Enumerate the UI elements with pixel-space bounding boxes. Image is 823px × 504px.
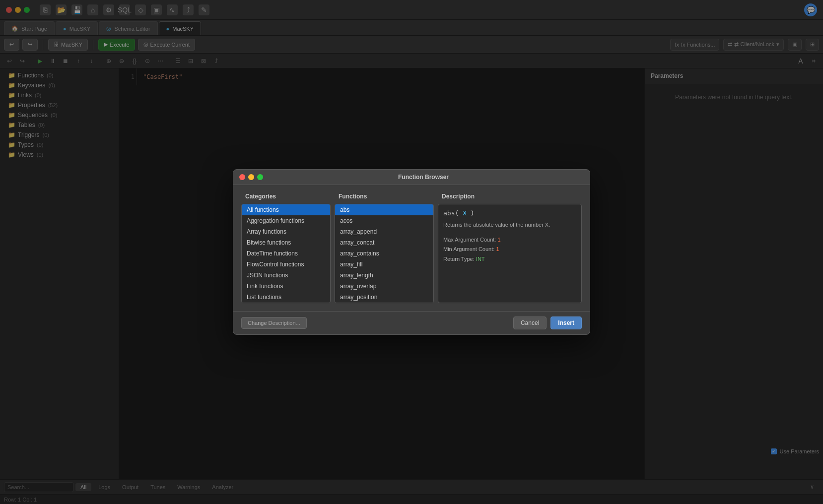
- return-type-row: Return Type: INT: [443, 254, 576, 264]
- cancel-button[interactable]: Cancel: [513, 316, 547, 329]
- modal-maximize-button[interactable]: [257, 174, 263, 180]
- col-categories: Categories All functions Aggregation fun…: [241, 193, 331, 303]
- desc-meta: Max Argument Count: 1 Min Argument Count…: [443, 235, 576, 264]
- cat-json[interactable]: JSON functions: [242, 270, 330, 281]
- modal-overlay: Function Browser Categories All function…: [0, 0, 823, 504]
- cat-flowcontrol[interactable]: FlowControl functions: [242, 259, 330, 270]
- func-array-position[interactable]: array_position: [335, 292, 433, 303]
- modal-actions: Cancel Insert: [513, 316, 582, 329]
- func-array-overlap[interactable]: array_overlap: [335, 281, 433, 292]
- cat-bitwise[interactable]: Bitwise functions: [242, 237, 330, 248]
- func-acos[interactable]: acos: [335, 215, 433, 226]
- cat-all-functions[interactable]: All functions: [242, 204, 330, 215]
- modal-close-button[interactable]: [239, 174, 245, 180]
- modal-minimize-button[interactable]: [248, 174, 254, 180]
- modal-title: Function Browser: [263, 174, 584, 181]
- func-abs[interactable]: abs: [335, 204, 433, 215]
- modal-titlebar: Function Browser: [233, 170, 590, 185]
- max-arg-row: Max Argument Count: 1: [443, 235, 576, 245]
- modal-body: Categories All functions Aggregation fun…: [233, 185, 590, 311]
- return-type-label: Return Type:: [443, 256, 476, 262]
- categories-header: Categories: [241, 193, 331, 204]
- min-arg-value: 1: [496, 246, 499, 252]
- modal-traffic-lights: [239, 174, 263, 180]
- desc-text: Returns the absolute value of the number…: [443, 221, 576, 229]
- col-functions: Functions abs acos array_append array_co…: [335, 193, 434, 303]
- modal-footer: Change Description... Cancel Insert: [233, 311, 590, 334]
- max-arg-label: Max Argument Count:: [443, 237, 497, 243]
- modal-columns: Categories All functions Aggregation fun…: [241, 193, 582, 303]
- min-arg-row: Min Argument Count: 1: [443, 245, 576, 254]
- description-header: Description: [438, 193, 582, 204]
- func-array-concat[interactable]: array_concat: [335, 237, 433, 248]
- insert-button[interactable]: Insert: [550, 316, 582, 329]
- cat-datetime[interactable]: DateTime functions: [242, 248, 330, 259]
- description-box: abs( X ) Returns the absolute value of t…: [438, 204, 582, 303]
- cat-aggregation[interactable]: Aggregation functions: [242, 215, 330, 226]
- categories-list: All functions Aggregation functions Arra…: [241, 204, 331, 303]
- desc-arg-highlight: X: [463, 209, 467, 217]
- function-browser-modal: Function Browser Categories All function…: [233, 169, 590, 335]
- desc-signature: abs( X ): [443, 209, 576, 217]
- cat-link[interactable]: Link functions: [242, 281, 330, 292]
- functions-header: Functions: [335, 193, 434, 204]
- cat-list[interactable]: List functions: [242, 292, 330, 303]
- min-arg-label: Min Argument Count:: [443, 246, 496, 252]
- func-array-append[interactable]: array_append: [335, 226, 433, 237]
- return-type-value: INT: [476, 256, 485, 262]
- func-array-positions[interactable]: array_positions: [335, 303, 433, 303]
- cat-numeric[interactable]: Numeric functions: [242, 303, 330, 303]
- cat-array[interactable]: Array functions: [242, 226, 330, 237]
- func-array-fill[interactable]: array_fill: [335, 259, 433, 270]
- change-description-button[interactable]: Change Description...: [241, 317, 307, 329]
- func-array-length[interactable]: array_length: [335, 270, 433, 281]
- func-array-contains[interactable]: array_contains: [335, 248, 433, 259]
- functions-list: abs acos array_append array_concat array…: [335, 204, 434, 303]
- col-description: Description abs( X ) Returns the absolut…: [438, 193, 582, 303]
- max-arg-value: 1: [497, 237, 500, 243]
